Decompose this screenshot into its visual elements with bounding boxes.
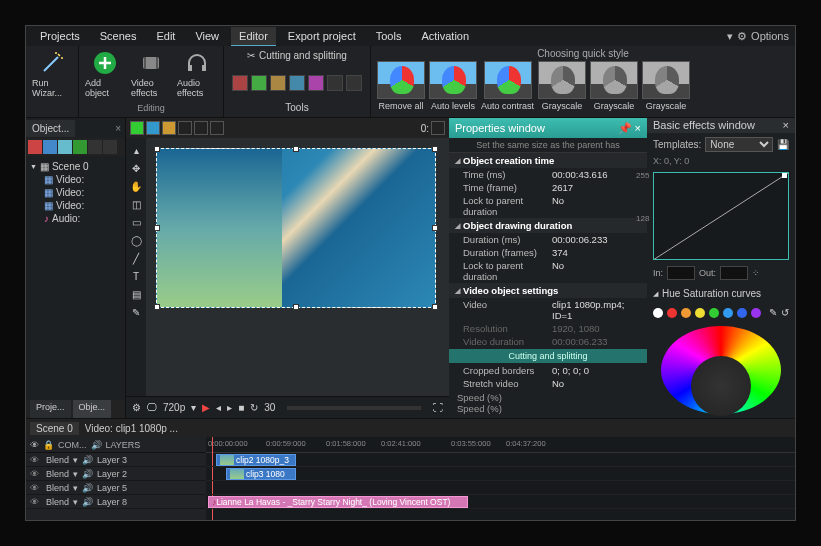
close-icon[interactable]: × <box>635 122 641 134</box>
menu-scenes[interactable]: Scenes <box>92 27 145 45</box>
curve-editor[interactable]: 255 128 <box>653 172 789 260</box>
tree-video-2[interactable]: Video: <box>56 187 84 198</box>
chart-icon[interactable]: ▤ <box>128 286 144 302</box>
tool-btn-6[interactable] <box>327 75 343 91</box>
dot-violet[interactable] <box>751 308 761 318</box>
lock-icon[interactable]: 🔒 <box>43 440 54 450</box>
style-grayscale-1[interactable]: Grayscale <box>538 61 586 111</box>
prop-dur-fr[interactable]: Duration (frames) <box>463 247 552 258</box>
section-obj-creation[interactable]: Object creation time <box>449 153 647 168</box>
ellipse-icon[interactable]: ◯ <box>128 232 144 248</box>
scene-tree[interactable]: ▼▦Scene 0 ▦Video: ▦Video: ▦Video: ♪Audio… <box>26 156 125 229</box>
prop-time-frame[interactable]: Time (frame) <box>463 182 552 193</box>
tl-scene-tab[interactable]: Scene 0 <box>30 422 79 435</box>
dot-all[interactable] <box>653 308 663 318</box>
dot-red[interactable] <box>667 308 677 318</box>
prop-stretch[interactable]: Stretch video <box>463 378 552 388</box>
stage-canvas[interactable] <box>146 138 449 396</box>
tool-btn-5[interactable] <box>308 75 324 91</box>
color-wheel[interactable] <box>661 326 781 414</box>
style-auto-contrast[interactable]: Auto contrast <box>481 61 534 111</box>
timeline-tracks[interactable]: 0:00:00:000 0:00:59:000 0:01:58:000 0:02… <box>206 437 795 520</box>
section-video-settings[interactable]: Video object settings <box>449 283 647 298</box>
cutting-splitting-action[interactable]: Cutting and splitting <box>449 349 647 363</box>
menu-tools[interactable]: Tools <box>368 27 410 45</box>
style-grayscale-3[interactable]: Grayscale <box>642 61 690 111</box>
objects-tab[interactable]: Obje... <box>73 400 112 418</box>
obj-tool-5[interactable] <box>88 140 102 154</box>
resolution-selector[interactable]: 720p <box>163 402 185 413</box>
run-wizard-button[interactable]: Run Wizar... <box>32 50 72 98</box>
eye-icon[interactable]: 👁 <box>30 440 39 450</box>
video-effects-button[interactable]: Video effects <box>131 50 171 98</box>
line-icon[interactable]: ╱ <box>128 250 144 266</box>
menu-editor[interactable]: Editor <box>231 27 276 46</box>
obj-tool-1[interactable] <box>28 140 42 154</box>
prop-video[interactable]: Video <box>463 299 552 321</box>
monitor-icon[interactable]: 🖵 <box>147 402 157 413</box>
dot-orange[interactable] <box>681 308 691 318</box>
layer-row-8[interactable]: 👁Blend▾🔊Layer 8 <box>26 495 206 509</box>
clip-3[interactable]: clip3 1080 <box>226 468 296 480</box>
menu-activation[interactable]: Activation <box>413 27 477 45</box>
section-obj-drawing[interactable]: Object drawing duration <box>449 218 647 233</box>
rect-icon[interactable]: ▭ <box>128 214 144 230</box>
close-icon[interactable]: × <box>783 119 789 131</box>
tool-btn-1[interactable] <box>232 75 248 91</box>
eyedropper-icon[interactable]: ✎ <box>769 307 777 318</box>
add-object-button[interactable]: Add object <box>85 50 125 98</box>
expand-icon[interactable]: ⛶ <box>433 402 443 413</box>
tree-audio-1[interactable]: Audio: <box>52 213 80 224</box>
prop-cropped[interactable]: Cropped borders <box>463 365 552 376</box>
obj-tool-3[interactable] <box>58 140 72 154</box>
save-template-icon[interactable]: 💾 <box>777 139 789 150</box>
dot-green[interactable] <box>709 308 719 318</box>
speaker-icon[interactable]: 🔊 <box>91 440 102 450</box>
in-value[interactable] <box>667 266 695 280</box>
next-frame-button[interactable]: ▸ <box>227 402 232 413</box>
prev-tool-5[interactable] <box>194 121 208 135</box>
pointer-icon[interactable]: ▴ <box>128 142 144 158</box>
tool-btn-2[interactable] <box>251 75 267 91</box>
prev-tool-6[interactable] <box>210 121 224 135</box>
timeline-ruler[interactable]: 0:00:00:000 0:00:59:000 0:01:58:000 0:02… <box>206 437 795 453</box>
tool-btn-4[interactable] <box>289 75 305 91</box>
play-button[interactable]: ▶ <box>202 402 210 413</box>
prev-tool-1[interactable] <box>130 121 144 135</box>
hand-icon[interactable]: ✋ <box>128 178 144 194</box>
move-icon[interactable]: ✥ <box>128 160 144 176</box>
obj-tool-6[interactable] <box>103 140 117 154</box>
tool-btn-7[interactable] <box>346 75 362 91</box>
text-icon[interactable]: T <box>128 268 144 284</box>
obj-tool-2[interactable] <box>43 140 57 154</box>
dot-cyan[interactable] <box>723 308 733 318</box>
style-remove-all[interactable]: Remove all <box>377 61 425 111</box>
prop-lock-parent[interactable]: Lock to parent duration <box>463 195 552 217</box>
dropper-icon[interactable]: ⁘ <box>752 268 760 278</box>
settings-icon[interactable]: ⚙ <box>132 402 141 413</box>
prev-tool-3[interactable] <box>162 121 176 135</box>
layer-row-3[interactable]: 👁Blend▾🔊Layer 3 <box>26 453 206 467</box>
layer-row-2[interactable]: 👁Blend▾🔊Layer 2 <box>26 467 206 481</box>
close-icon[interactable]: × <box>111 123 125 134</box>
menu-projects[interactable]: Projects <box>32 27 88 45</box>
prev-tool-4[interactable] <box>178 121 192 135</box>
tool-btn-3[interactable] <box>270 75 286 91</box>
prop-lock-parent-2[interactable]: Lock to parent duration <box>463 260 552 282</box>
reset-icon[interactable]: ↺ <box>781 307 789 318</box>
pin-icon[interactable]: 📌 <box>618 122 632 134</box>
prev-tool-zoom[interactable] <box>431 121 445 135</box>
prev-tool-2[interactable] <box>146 121 160 135</box>
dot-blue[interactable] <box>737 308 747 318</box>
scene-node[interactable]: Scene 0 <box>52 161 89 172</box>
audio-effects-button[interactable]: Audio effects <box>177 50 217 98</box>
projects-tab[interactable]: Proje... <box>30 400 71 418</box>
object-tab[interactable]: Object... <box>26 120 75 137</box>
layer-row-5[interactable]: 👁Blend▾🔊Layer 5 <box>26 481 206 495</box>
style-auto-levels[interactable]: Auto levels <box>429 61 477 111</box>
prev-frame-button[interactable]: ◂ <box>216 402 221 413</box>
prop-dur-ms[interactable]: Duration (ms) <box>463 234 552 245</box>
tree-video-3[interactable]: Video: <box>56 200 84 211</box>
menu-view[interactable]: View <box>187 27 227 45</box>
menu-export[interactable]: Export project <box>280 27 364 45</box>
